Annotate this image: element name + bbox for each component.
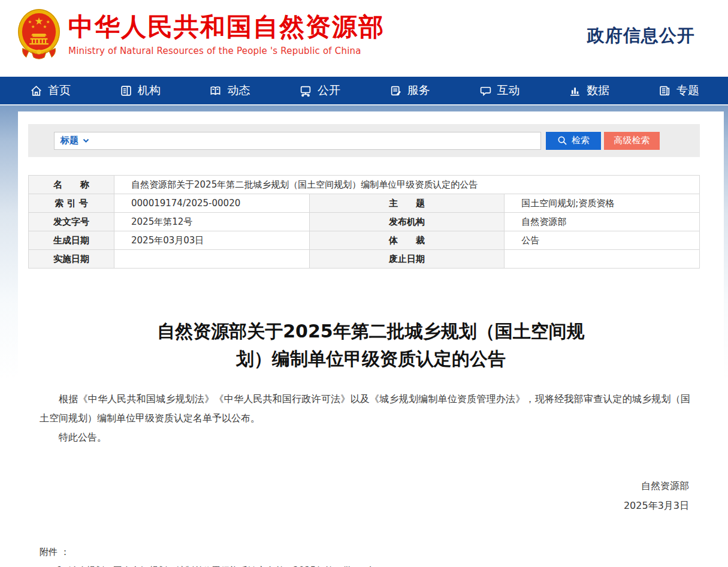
- main-nav: 首页 机构 动态 公开: [0, 77, 728, 105]
- nav-label: 首页: [48, 83, 71, 98]
- meta-impl-label: 实施日期: [29, 250, 114, 269]
- chat-bubble-icon: [479, 85, 492, 97]
- signature-date: 2025年3月3日: [18, 496, 689, 515]
- table-row: 名 称 自然资源部关于2025年第二批城乡规划（国土空间规划）编制单位甲级资质认…: [29, 176, 700, 194]
- meta-genre-label: 体 裁: [309, 231, 505, 250]
- meta-created-value: 2025年03月03日: [114, 231, 310, 250]
- meta-index-value: 000019174/2025-00020: [114, 194, 310, 213]
- table-row: 索 引 号 000019174/2025-00020 主 题 国土空间规划;资质…: [29, 194, 700, 213]
- meta-agency-value: 自然资源部: [505, 213, 700, 231]
- document-meta-table: 名 称 自然资源部关于2025年第二批城乡规划（国土空间规划）编制单位甲级资质认…: [28, 175, 700, 269]
- meta-name-value: 自然资源部关于2025年第二批城乡规划（国土空间规划）编制单位甲级资质认定的公告: [114, 176, 700, 194]
- article-body: 根据《中华人民共和国城乡规划法》《中华人民共和国行政许可法》以及《城乡规划编制单…: [18, 390, 724, 447]
- signature-block: 自然资源部 2025年3月3日: [18, 476, 724, 515]
- site-header: ★ ★ ★ ★ ★ 中华人民共和国自然资源部 Ministry of Natur…: [0, 0, 728, 77]
- search-field-selector[interactable]: 标题: [55, 135, 89, 146]
- monitor-network-icon: [299, 85, 312, 97]
- home-icon: [30, 85, 43, 97]
- meta-docnum-value: 2025年第12号: [114, 213, 310, 231]
- content-card: 标题 检索 高级检索: [18, 111, 724, 567]
- nav-label: 动态: [227, 83, 250, 98]
- meta-index-label: 索 引 号: [29, 194, 114, 213]
- site-title: 中华人民共和国自然资源部: [68, 12, 385, 42]
- meta-repeal-label: 废止日期: [309, 250, 505, 269]
- meta-name-label: 名 称: [29, 176, 114, 194]
- nav-item-org[interactable]: 机构: [120, 83, 161, 98]
- search-button-label: 检索: [572, 135, 590, 146]
- svg-text:★: ★: [43, 24, 47, 29]
- svg-text:★: ★: [31, 24, 35, 29]
- meta-subject-value: 国土空间规划;资质资格: [505, 194, 700, 213]
- article-paragraph: 特此公告。: [40, 428, 690, 447]
- nav-label: 专题: [676, 83, 699, 98]
- table-row: 发文字号 2025年第12号 发布机构 自然资源部: [29, 213, 700, 231]
- nav-item-interaction[interactable]: 互动: [479, 83, 520, 98]
- chevron-down-icon: [83, 138, 89, 143]
- article-title: 自然资源部关于2025年第二批城乡规划（国土空间规划）编制单位甲级资质认定的公告: [146, 318, 596, 373]
- svg-text:★: ★: [35, 15, 44, 27]
- search-icon: [557, 135, 567, 146]
- open-book-icon: [209, 85, 222, 97]
- search-input[interactable]: [89, 133, 540, 149]
- section-title: 政府信息公开: [587, 24, 695, 48]
- advanced-search-label: 高级检索: [614, 135, 650, 146]
- nav-item-home[interactable]: 首页: [30, 83, 71, 98]
- nav-label: 服务: [407, 83, 430, 98]
- site-subtitle: Ministry of Natural Resources of the Peo…: [68, 46, 385, 56]
- nav-item-service[interactable]: 服务: [389, 83, 430, 98]
- signature-agency: 自然资源部: [18, 476, 689, 496]
- search-box: 标题: [54, 132, 541, 150]
- meta-created-label: 生成日期: [29, 231, 114, 250]
- meta-docnum-label: 发文字号: [29, 213, 114, 231]
- nav-label: 数据: [587, 83, 609, 98]
- nav-item-news[interactable]: 动态: [209, 83, 250, 98]
- nav-item-disclosure[interactable]: 公开: [299, 83, 340, 98]
- article-paragraph: 根据《中华人民共和国城乡规划法》《中华人民共和国行政许可法》以及《城乡规划编制单…: [40, 390, 690, 428]
- national-emblem-logo: ★ ★ ★ ★ ★: [16, 7, 62, 69]
- advanced-search-button[interactable]: 高级检索: [604, 132, 660, 150]
- meta-agency-label: 发布机构: [309, 213, 505, 231]
- bar-chart-icon: [569, 85, 581, 97]
- nav-label: 互动: [497, 83, 520, 98]
- attachment-link[interactable]: 1. 城乡规划（国土空间规划）编制单位甲级资质认定名单（2025年第二批）.xl…: [40, 562, 724, 567]
- page-background: 标题 检索 高级检索: [0, 105, 728, 567]
- meta-impl-value: [114, 250, 310, 269]
- table-row: 生成日期 2025年03月03日 体 裁 公告: [29, 231, 700, 250]
- search-panel: 标题 检索 高级检索: [28, 111, 700, 157]
- newspaper-icon: [658, 85, 671, 97]
- document-pencil-icon: [389, 85, 402, 97]
- search-field-label: 标题: [61, 135, 78, 146]
- meta-subject-label: 主 题: [309, 194, 505, 213]
- nav-label: 公开: [318, 83, 340, 98]
- meta-repeal-value: [505, 250, 700, 269]
- nav-item-topics[interactable]: 专题: [658, 83, 699, 98]
- organization-icon: [120, 85, 132, 97]
- meta-genre-value: 公告: [505, 231, 700, 250]
- nav-item-data[interactable]: 数据: [569, 83, 609, 98]
- search-button[interactable]: 检索: [546, 132, 601, 150]
- attachments-label: 附件 ：: [40, 543, 724, 562]
- nav-label: 机构: [138, 83, 161, 98]
- table-row: 实施日期 废止日期: [29, 250, 700, 269]
- attachments-section: 附件 ： 1. 城乡规划（国土空间规划）编制单位甲级资质认定名单（2025年第二…: [18, 543, 724, 567]
